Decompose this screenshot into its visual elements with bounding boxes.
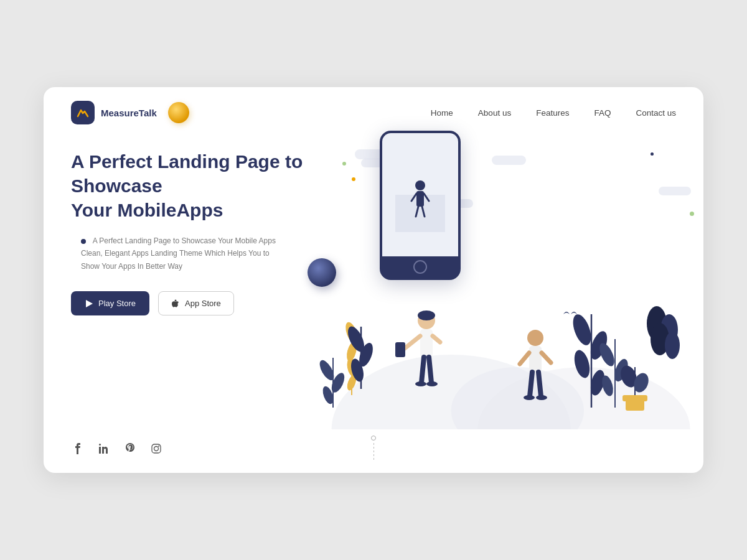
nav-features[interactable]: Features: [536, 108, 569, 118]
cta-buttons: Play Store App Store: [71, 291, 305, 315]
brand-name: MeasureTalk: [101, 108, 157, 118]
phone-mockup: [380, 131, 461, 280]
svg-point-27: [418, 310, 435, 320]
cloud-3: [492, 156, 526, 165]
hero-description: A Perfect Landing Page to Showcase Your …: [81, 235, 305, 273]
svg-point-42: [524, 395, 535, 400]
person-in-phone: [395, 157, 445, 232]
dot-dark-1: [651, 152, 654, 156]
app-store-button[interactable]: App Store: [158, 291, 234, 315]
svg-line-31: [433, 336, 440, 342]
svg-point-23: [317, 358, 337, 382]
cloud-5: [659, 187, 691, 195]
hero-content: A Perfect Landing Page to Showcase Your …: [44, 124, 305, 467]
svg-marker-0: [86, 300, 93, 307]
nav-links: Home About us Features FAQ Contact us: [431, 107, 676, 118]
navbar: MeasureTalk Home About us Features FAQ C…: [44, 87, 703, 124]
svg-rect-54: [622, 395, 647, 401]
phone-screen: [382, 133, 458, 256]
hero-illustration: [305, 124, 703, 467]
play-store-button[interactable]: Play Store: [71, 291, 149, 315]
scroll-line: [374, 443, 374, 462]
svg-point-7: [415, 180, 425, 190]
svg-rect-8: [416, 191, 424, 207]
dot-green-1: [342, 162, 346, 166]
nav-contact[interactable]: Contact us: [636, 108, 676, 118]
nav-faq[interactable]: FAQ: [594, 108, 611, 118]
svg-line-29: [405, 336, 420, 348]
hero-title: A Perfect Landing Page to Showcase Your …: [71, 149, 305, 222]
svg-point-35: [426, 381, 438, 386]
svg-line-41: [538, 372, 541, 396]
logo: MeasureTalk: [71, 101, 157, 124]
bullet-dot: [81, 239, 86, 244]
apple-icon: [171, 299, 180, 308]
svg-point-47: [571, 348, 592, 380]
play-icon: [85, 299, 93, 308]
svg-point-1: [174, 299, 176, 301]
svg-line-33: [429, 357, 431, 383]
svg-rect-30: [395, 342, 405, 357]
nav-about[interactable]: About us: [478, 108, 511, 118]
svg-point-36: [527, 330, 543, 346]
svg-line-38: [520, 353, 529, 364]
svg-line-39: [542, 353, 551, 363]
nav-home[interactable]: Home: [431, 108, 453, 118]
svg-point-34: [415, 381, 426, 386]
landing-card: MeasureTalk Home About us Features FAQ C…: [44, 87, 703, 473]
svg-line-32: [421, 357, 424, 383]
dot-gold-1: [352, 177, 355, 181]
dot-gold-2: [690, 212, 694, 216]
svg-rect-28: [420, 329, 433, 357]
logo-icon: [71, 101, 95, 124]
svg-rect-37: [529, 346, 542, 372]
svg-point-61: [665, 332, 680, 359]
hero-section: A Perfect Landing Page to Showcase Your …: [44, 124, 703, 467]
scroll-indicator: [371, 436, 376, 462]
gold-sphere-decoration: [168, 102, 189, 123]
scroll-dot: [371, 436, 376, 441]
svg-line-40: [530, 372, 532, 396]
plants-illustration: [305, 258, 703, 432]
svg-point-43: [536, 395, 547, 400]
phone-home-button: [413, 260, 427, 274]
